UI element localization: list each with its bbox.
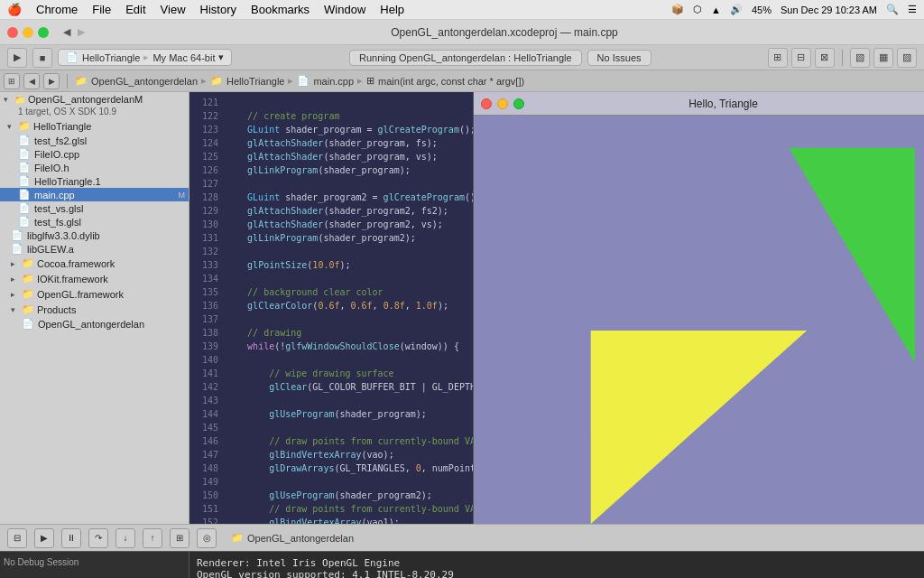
no-issues: No Issues xyxy=(587,50,651,66)
sidebar-cocoa[interactable]: ▸ 📁 Cocoa.framework xyxy=(0,256,189,271)
stop-button[interactable]: ■ xyxy=(32,48,52,68)
gl-titlebar: Hello, Triangle xyxy=(474,92,924,116)
maximize-button[interactable] xyxy=(38,27,49,38)
debug-line-2: OpenGL version supported: 4.1 INTEL-8.20… xyxy=(197,569,917,578)
title-bar: ◀ ▶ OpenGL_antongerdelan.xcodeproj — mai… xyxy=(0,20,924,45)
panel-left[interactable]: ▧ xyxy=(850,48,870,68)
panel-right[interactable]: ▨ xyxy=(897,48,917,68)
sidebar-item-fileio-h[interactable]: 📄 FileIO.h xyxy=(0,161,189,174)
menu-edit[interactable]: Edit xyxy=(125,3,145,16)
gl-close-button[interactable] xyxy=(481,98,492,109)
menu-window[interactable]: Window xyxy=(324,3,365,16)
file-icon: 📄 xyxy=(11,229,23,241)
sidebar-item-libglew[interactable]: 📄 libGLEW.a xyxy=(0,242,189,256)
breadcrumb-folder-icon: 📁 xyxy=(75,75,88,87)
run-button[interactable]: ▶ xyxy=(7,48,27,68)
scheme-icon: 📄 xyxy=(66,51,79,63)
gl-min-button[interactable] xyxy=(497,98,508,109)
item-label: libglfw3.3.0.dylib xyxy=(27,230,100,241)
opengl-disclosure: ▸ xyxy=(11,290,22,299)
item-label: test_fs.glsl xyxy=(34,217,81,228)
nav-right[interactable]: ▶ xyxy=(43,73,60,89)
menubar-right: 📦 ⬡ ▲ 🔊 45% Sun Dec 29 10:23 AM 🔍 ☰ xyxy=(671,4,917,15)
sidebar-item-test-vs[interactable]: 📄 test_vs.glsl xyxy=(0,201,189,215)
item-label: OpenGL_antongerdelan xyxy=(38,319,144,330)
sidebar-iokit[interactable]: ▸ 📁 IOKit.framework xyxy=(0,271,189,286)
scheme-selector[interactable]: 📄 HelloTriangle ▸ My Mac 64-bit ▾ xyxy=(58,49,232,66)
panel-bottom[interactable]: ▦ xyxy=(873,48,893,68)
location-btn[interactable]: ◎ xyxy=(197,528,217,548)
sidebar-hello-triangle[interactable]: ▾ 📁 HelloTriangle xyxy=(0,118,189,134)
file-icon: 📄 xyxy=(18,148,31,160)
nav-left[interactable]: ◀ xyxy=(23,73,40,89)
breadcrumb-file-icon: 📄 xyxy=(297,75,310,87)
minimize-button[interactable] xyxy=(23,27,33,38)
item-label: HelloTriangle.1 xyxy=(34,176,101,187)
breadcrumb-project[interactable]: OpenGL_antongerdelan xyxy=(91,76,198,87)
breadcrumb-target[interactable]: HelloTriangle xyxy=(226,76,284,87)
sidebar-opengl[interactable]: ▸ 📁 OpenGL.framework xyxy=(0,286,189,302)
gl-max-button[interactable] xyxy=(513,98,524,109)
debug-line-1: Renderer: Intel Iris OpenGL Engine xyxy=(197,557,917,569)
menu-history[interactable]: History xyxy=(200,3,236,16)
view-utilities[interactable]: ⊠ xyxy=(815,48,835,68)
products-label: Products xyxy=(37,304,76,315)
item-badge: M xyxy=(179,191,186,200)
scheme-folder-icon: 📁 xyxy=(231,532,244,544)
breadcrumb-file[interactable]: main.cpp xyxy=(313,76,354,87)
sidebar-root-badge: M xyxy=(134,94,143,105)
menu-view[interactable]: View xyxy=(161,3,186,16)
item-label: libGLEW.a xyxy=(27,244,74,255)
continue-btn[interactable]: ▶ xyxy=(34,528,54,548)
file-icon: 📄 xyxy=(18,189,31,200)
products-disclosure: ▾ xyxy=(11,305,22,314)
sidebar-item-test-fs[interactable]: 📄 test_fs.glsl xyxy=(0,215,189,228)
breadcrumb: 📁 OpenGL_antongerdelan ▸ 📁 HelloTriangle… xyxy=(75,75,524,87)
sidebar-item-fileio-cpp[interactable]: 📄 FileIO.cpp xyxy=(0,147,189,161)
scheme-hello-triangle: HelloTriangle xyxy=(82,52,140,63)
sidebar-root-icon: 📁 xyxy=(14,95,25,105)
file-icon: 📄 xyxy=(18,175,31,187)
breadcrumb-function[interactable]: main(int argc, const char * argv[]) xyxy=(378,76,524,87)
sidebar-root[interactable]: ▾ 📁 OpenGL_antongerdelan M xyxy=(0,92,189,107)
item-label: test_vs.glsl xyxy=(34,203,83,214)
step-over[interactable]: ↷ xyxy=(88,528,108,548)
main-toolbar: ▶ ■ 📄 HelloTriangle ▸ My Mac 64-bit ▾ Ru… xyxy=(0,45,924,70)
scheme-mac: My Mac 64-bit xyxy=(152,52,215,63)
sidebar-item-main-cpp[interactable]: 📄 main.cpp M xyxy=(0,188,189,201)
sidebar-item-hellotriangle1[interactable]: 📄 HelloTriangle.1 xyxy=(0,174,189,188)
traffic-lights xyxy=(7,27,49,38)
volume-icon: 🔊 xyxy=(730,4,743,15)
products-folder-icon: 📁 xyxy=(22,303,34,315)
search-icon[interactable]: 🔍 xyxy=(886,4,899,15)
sidebar-item-libglfw[interactable]: 📄 libglfw3.3.0.dylib xyxy=(0,228,189,242)
scheme-separator: ▸ xyxy=(143,51,149,63)
controls-icon[interactable]: ☰ xyxy=(908,4,917,15)
sidebar-item-product[interactable]: 📄 OpenGL_antongerdelan xyxy=(0,317,189,331)
pause-btn[interactable]: ⏸ xyxy=(61,528,81,548)
breadcrumb-sep1: ▸ xyxy=(201,75,207,87)
menu-file[interactable]: File xyxy=(92,3,111,16)
opengl-folder-icon: 📁 xyxy=(22,288,34,300)
step-into[interactable]: ↓ xyxy=(116,528,135,548)
close-button[interactable] xyxy=(7,27,18,38)
debug-view[interactable]: ⊞ xyxy=(170,528,189,548)
bluetooth-icon: ⬡ xyxy=(693,4,702,15)
step-out[interactable]: ↑ xyxy=(143,528,162,548)
code-editor[interactable]: 121122123124125 126127128129130 13113213… xyxy=(189,92,473,524)
file-icon: 📄 xyxy=(22,318,34,330)
back-btn[interactable]: ◀ xyxy=(63,26,70,38)
toggle-navigator[interactable]: ⊟ xyxy=(7,528,27,548)
sidebar-item-test-fs2[interactable]: 📄 test_fs2.glsl xyxy=(0,134,189,147)
menu-bookmarks[interactable]: Bookmarks xyxy=(251,3,310,16)
nav-icons-btn[interactable]: ⊞ xyxy=(4,73,20,89)
code-content[interactable]: // create program GLuint shader_program … xyxy=(222,92,473,524)
view-assistant[interactable]: ⊟ xyxy=(791,48,811,68)
view-navigator[interactable]: ⊞ xyxy=(768,48,788,68)
hello-disclosure: ▾ xyxy=(7,122,18,131)
wifi-icon: ▲ xyxy=(711,5,721,15)
nav-toolbar: ⊞ ◀ ▶ 📁 OpenGL_antongerdelan ▸ 📁 HelloTr… xyxy=(0,70,924,92)
menu-help[interactable]: Help xyxy=(380,3,404,16)
sidebar-products[interactable]: ▾ 📁 Products xyxy=(0,302,189,317)
item-label: FileIO.h xyxy=(34,163,69,173)
